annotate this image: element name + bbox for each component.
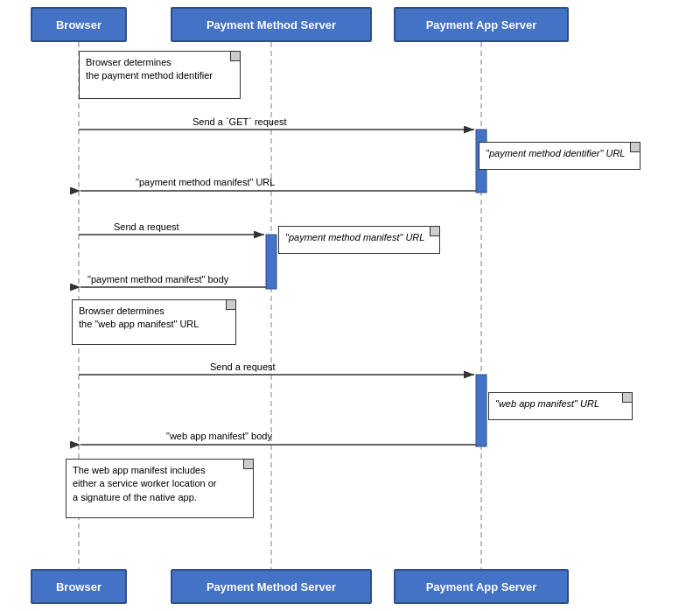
arrow-label-get-request: Send a `GET` request	[192, 116, 287, 127]
arrow-label-manifest-url: "payment method manifest" URL	[136, 177, 275, 187]
sequence-diagram: Browser Payment Method Server Payment Ap…	[0, 0, 700, 611]
actor-payment-method-server-bottom: Payment Method Server	[171, 569, 372, 604]
svg-rect-7	[476, 375, 486, 446]
actor-browser-bottom: Browser	[31, 569, 127, 604]
note-web-app-manifest-url: "web app manifest" URL	[488, 392, 633, 420]
actor-browser-top: Browser	[31, 7, 127, 42]
note-payment-method-identifier-url: "payment method identifier" URL	[479, 142, 640, 170]
arrow-label-send-request-1: Send a request	[114, 221, 179, 232]
actor-payment-app-server-top: Payment App Server	[394, 7, 569, 42]
note-browser-determines-payment-method: Browser determinesthe payment method ide…	[79, 51, 241, 99]
svg-rect-6	[266, 235, 276, 289]
arrow-label-send-request-2: Send a request	[210, 362, 276, 372]
actor-payment-app-server-bottom: Payment App Server	[394, 569, 569, 604]
note-payment-method-manifest-url: "payment method manifest" URL	[278, 226, 440, 254]
note-browser-determines-web-app-manifest: Browser determinesthe "web app manifest"…	[72, 299, 236, 345]
actor-payment-method-server-top: Payment Method Server	[171, 7, 372, 42]
arrow-label-manifest-body: "payment method manifest" body	[88, 274, 228, 284]
note-web-app-manifest-description: The web app manifest includeseither a se…	[66, 459, 254, 518]
arrow-label-web-app-manifest-body: "web app manifest" body	[166, 431, 272, 441]
